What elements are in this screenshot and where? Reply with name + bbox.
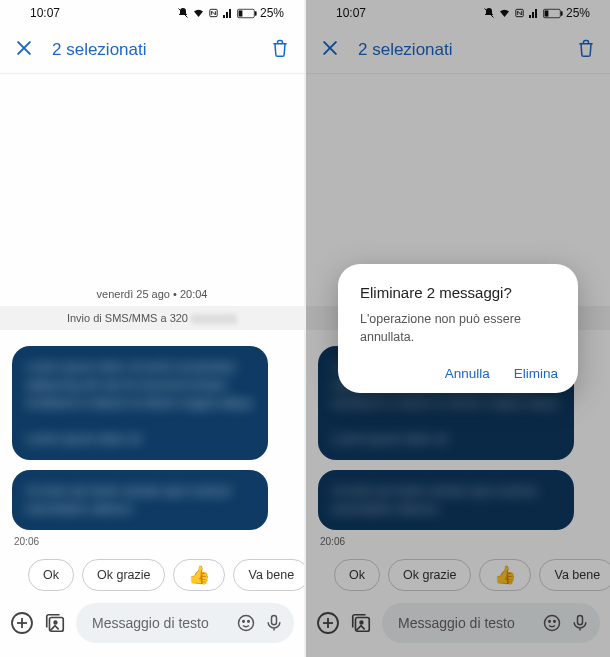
status-bar: 10:07 25% xyxy=(0,0,304,26)
message-time: 20:06 xyxy=(320,536,610,547)
status-bar: 10:07 25% xyxy=(306,0,610,26)
nfc-icon xyxy=(514,7,525,19)
add-icon[interactable] xyxy=(10,611,34,635)
compose-input[interactable]: Messaggio di testo xyxy=(382,603,600,643)
message-bubble[interactable]: Lorem ipsum dolor sit amet consectetur a… xyxy=(12,346,268,460)
mute-icon xyxy=(483,7,495,19)
suggestion-chip-ok-thanks[interactable]: Ok grazie xyxy=(82,559,166,591)
confirm-delete-dialog: Eliminare 2 messaggi? L'operazione non p… xyxy=(338,264,578,393)
suggestion-chip-va-bene[interactable]: Va bene xyxy=(539,559,610,591)
svg-point-30 xyxy=(554,621,556,623)
suggestion-chip-thumbs[interactable]: 👍 xyxy=(173,559,225,591)
selection-toolbar: 2 selezionati xyxy=(0,26,304,74)
selection-title: 2 selezionati xyxy=(52,40,252,60)
mute-icon xyxy=(177,7,189,19)
mic-icon[interactable] xyxy=(570,613,590,633)
emoji-icon[interactable] xyxy=(236,613,256,633)
dialog-confirm-button[interactable]: Elimina xyxy=(514,366,558,381)
signal-icon xyxy=(528,7,540,19)
nfc-icon xyxy=(208,7,219,19)
compose-placeholder: Messaggio di testo xyxy=(398,615,534,631)
status-right: 25% xyxy=(177,6,284,20)
dialog-body: L'operazione non può essere annullata. xyxy=(360,311,558,346)
suggestion-row: Ok Ok grazie 👍 Va bene xyxy=(0,553,304,597)
close-icon[interactable] xyxy=(14,38,34,62)
status-time: 10:07 xyxy=(336,6,366,20)
signal-icon xyxy=(222,7,234,19)
mic-icon[interactable] xyxy=(264,613,284,633)
svg-point-13 xyxy=(243,621,245,623)
gallery-icon[interactable] xyxy=(44,612,66,634)
wifi-icon xyxy=(498,7,511,19)
suggestion-chip-ok[interactable]: Ok xyxy=(28,559,74,591)
svg-rect-15 xyxy=(272,616,277,625)
compose-row: Messaggio di testo xyxy=(306,597,610,653)
selection-title: 2 selezionati xyxy=(358,40,558,60)
sms-recipient-line: Invio di SMS/MMS a 320 xyxy=(0,306,304,330)
message-time: 20:06 xyxy=(14,536,304,547)
suggestion-chip-ok-thanks[interactable]: Ok grazie xyxy=(388,559,472,591)
svg-rect-19 xyxy=(545,10,549,16)
compose-input[interactable]: Messaggio di testo xyxy=(76,603,294,643)
date-stamp: venerdì 25 ago • 20:04 xyxy=(0,288,304,300)
delete-icon[interactable] xyxy=(270,38,290,62)
svg-rect-31 xyxy=(578,616,583,625)
selection-toolbar: 2 selezionati xyxy=(306,26,610,74)
emoji-icon[interactable] xyxy=(542,613,562,633)
suggestion-chip-va-bene[interactable]: Va bene xyxy=(233,559,304,591)
delete-icon[interactable] xyxy=(576,38,596,62)
close-icon[interactable] xyxy=(320,38,340,62)
message-bubble[interactable]: Ut enim ad minim veniam quis nostrud exe… xyxy=(318,470,574,530)
svg-point-12 xyxy=(239,616,254,631)
compose-row: Messaggio di testo xyxy=(0,597,304,653)
svg-point-28 xyxy=(545,616,560,631)
svg-point-11 xyxy=(54,621,57,624)
battery-icon xyxy=(543,8,563,19)
gallery-icon[interactable] xyxy=(350,612,372,634)
compose-placeholder: Messaggio di testo xyxy=(92,615,228,631)
dialog-actions: Annulla Elimina xyxy=(360,366,558,381)
suggestion-chip-thumbs[interactable]: 👍 xyxy=(479,559,531,591)
add-icon[interactable] xyxy=(316,611,340,635)
svg-rect-3 xyxy=(239,10,243,16)
phone-screen-left: 10:07 25% 2 selezionati venerdì 25 ago •… xyxy=(0,0,304,657)
battery-text: 25% xyxy=(260,6,284,20)
phone-screen-right: 10:07 25% 2 selezionati venerdì 25 ago •… xyxy=(306,0,610,657)
svg-rect-4 xyxy=(255,11,257,16)
battery-text: 25% xyxy=(566,6,590,20)
dialog-title: Eliminare 2 messaggi? xyxy=(360,284,558,301)
svg-rect-20 xyxy=(561,11,563,16)
redacted-number xyxy=(191,314,237,324)
suggestion-row: Ok Ok grazie 👍 Va bene xyxy=(306,553,610,597)
svg-point-27 xyxy=(360,621,363,624)
svg-point-14 xyxy=(248,621,250,623)
status-time: 10:07 xyxy=(30,6,60,20)
battery-icon xyxy=(237,8,257,19)
wifi-icon xyxy=(192,7,205,19)
message-bubble[interactable]: Ut enim ad minim veniam quis nostrud exe… xyxy=(12,470,268,530)
svg-point-29 xyxy=(549,621,551,623)
suggestion-chip-ok[interactable]: Ok xyxy=(334,559,380,591)
conversation-area: venerdì 25 ago • 20:04 Invio di SMS/MMS … xyxy=(0,74,304,657)
status-right: 25% xyxy=(483,6,590,20)
dialog-cancel-button[interactable]: Annulla xyxy=(445,366,490,381)
